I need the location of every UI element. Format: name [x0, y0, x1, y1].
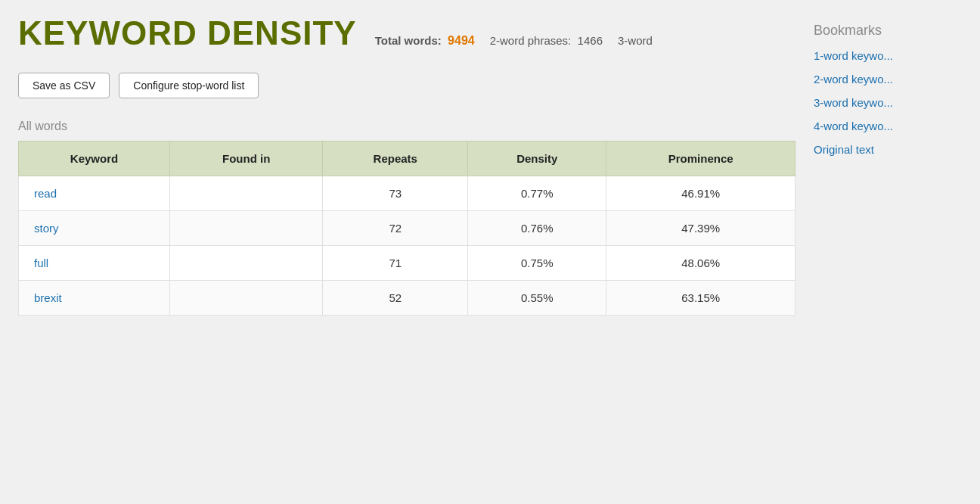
cell-found-in — [170, 281, 323, 316]
keyword-density-table: Keyword Found in Repeats Density Promine… — [18, 141, 795, 316]
keyword-link[interactable]: brexit — [34, 291, 62, 304]
cell-repeats: 52 — [323, 281, 468, 316]
col-keyword: Keyword — [19, 142, 170, 176]
cell-prominence: 48.06% — [606, 246, 795, 281]
cell-density: 0.77% — [468, 176, 606, 211]
col-density: Density — [468, 142, 606, 176]
sidebar-links: 1-word keywo...2-word keywo...3-word key… — [814, 49, 962, 156]
sidebar-link[interactable]: 1-word keywo... — [814, 49, 962, 62]
cell-prominence: 46.91% — [606, 176, 795, 211]
col-found-in: Found in — [170, 142, 323, 176]
keyword-link[interactable]: read — [34, 187, 57, 200]
cell-density: 0.75% — [468, 246, 606, 281]
cell-found-in — [170, 211, 323, 246]
table-header-row: Keyword Found in Repeats Density Promine… — [19, 142, 795, 176]
sidebar-link[interactable]: 3-word keywo... — [814, 96, 962, 109]
sidebar-link[interactable]: 2-word keywo... — [814, 73, 962, 86]
cell-repeats: 71 — [323, 246, 468, 281]
table-row: story 72 0.76% 47.39% — [19, 211, 795, 246]
keyword-link[interactable]: story — [34, 222, 59, 235]
action-buttons: Save as CSV Configure stop-word list — [18, 73, 795, 98]
save-csv-button[interactable]: Save as CSV — [18, 73, 110, 98]
cell-prominence: 63.15% — [606, 281, 795, 316]
section-label: All words — [18, 120, 795, 133]
sidebar-title: Bookmarks — [814, 23, 962, 39]
cell-repeats: 73 — [323, 176, 468, 211]
sidebar-link[interactable]: Original text — [814, 143, 962, 156]
total-words-value: 9494 — [448, 34, 475, 47]
table-row: full 71 0.75% 48.06% — [19, 246, 795, 281]
cell-density: 0.55% — [468, 281, 606, 316]
table-row: brexit 52 0.55% 63.15% — [19, 281, 795, 316]
sidebar-link[interactable]: 4-word keywo... — [814, 120, 962, 132]
table-row: read 73 0.77% 46.91% — [19, 176, 795, 211]
cell-keyword[interactable]: read — [19, 176, 170, 211]
cell-found-in — [170, 176, 323, 211]
total-words-label: Total words: — [375, 34, 442, 47]
sidebar: Bookmarks 1-word keywo...2-word keywo...… — [795, 15, 962, 489]
page-title: KEYWORD DENSITY — [18, 15, 357, 51]
phrases-2-label: 2-word phrases: — [490, 34, 572, 47]
col-prominence: Prominence — [606, 142, 795, 176]
cell-found-in — [170, 246, 323, 281]
col-repeats: Repeats — [323, 142, 468, 176]
cell-keyword[interactable]: full — [19, 246, 170, 281]
cell-prominence: 47.39% — [606, 211, 795, 246]
cell-keyword[interactable]: story — [19, 211, 170, 246]
cell-repeats: 72 — [323, 211, 468, 246]
phrases-3-label: 3-word — [618, 34, 653, 47]
cell-density: 0.76% — [468, 211, 606, 246]
phrases-2-value: 1466 — [578, 34, 603, 47]
keyword-link[interactable]: full — [34, 257, 48, 269]
configure-stopword-button[interactable]: Configure stop-word list — [119, 73, 259, 98]
cell-keyword[interactable]: brexit — [19, 281, 170, 316]
